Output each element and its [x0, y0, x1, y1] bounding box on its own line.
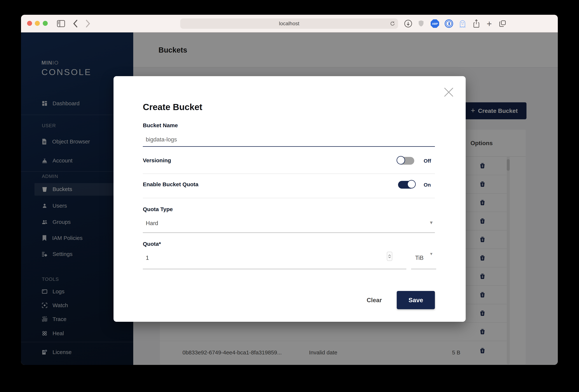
shield-icon[interactable]: [416, 19, 426, 28]
onepassword-icon[interactable]: [444, 19, 454, 28]
bucket-name-label: Bucket Name: [143, 122, 178, 129]
chevron-down-icon[interactable]: ▼: [429, 252, 433, 256]
quota-type-label: Quota Type: [143, 206, 173, 212]
clear-button[interactable]: Clear: [361, 294, 388, 307]
field-divider: [143, 173, 435, 174]
reload-icon[interactable]: [390, 21, 395, 28]
new-tab-icon[interactable]: +: [485, 19, 494, 28]
field-divider: [143, 198, 435, 198]
enable-quota-state: On: [424, 182, 431, 188]
toggle-knob: [407, 180, 416, 188]
bucket-name-input[interactable]: bigdata-logs: [146, 136, 177, 143]
toggle-knob: [397, 156, 405, 164]
quota-type-select[interactable]: Hard: [146, 220, 158, 227]
create-bucket-modal: Create Bucket Bucket Name bigdata-logs V…: [114, 76, 466, 322]
sidebar-toggle-icon[interactable]: [56, 19, 66, 28]
enable-quota-toggle[interactable]: [398, 181, 414, 189]
address-bar-url: localhost: [279, 21, 299, 27]
save-button[interactable]: Save: [397, 291, 435, 309]
close-icon[interactable]: [443, 86, 455, 98]
quota-input[interactable]: 1: [146, 255, 149, 261]
download-icon[interactable]: [403, 19, 413, 28]
bucket-name-underline: [143, 146, 435, 147]
window-minimize-button[interactable]: [35, 21, 40, 26]
quantity-stepper[interactable]: [387, 252, 392, 261]
enable-quota-label: Enable Bucket Quota: [143, 181, 199, 187]
chevron-down-icon[interactable]: ▼: [429, 220, 434, 225]
window-zoom-button[interactable]: [43, 21, 48, 26]
ghostery-icon[interactable]: [458, 19, 467, 28]
forward-button[interactable]: [83, 19, 93, 28]
quota-unit-underline: [411, 269, 436, 269]
quota-type-underline: [143, 233, 435, 233]
versioning-state: Off: [424, 158, 431, 164]
quota-unit-select[interactable]: TiB: [415, 255, 424, 261]
window-close-button[interactable]: [27, 21, 32, 26]
modal-title: Create Bucket: [143, 102, 202, 112]
quota-label: Quota*: [143, 241, 161, 247]
versioning-toggle[interactable]: [398, 157, 414, 165]
adblock-plus-icon[interactable]: ABP: [430, 19, 440, 28]
versioning-label: Versioning: [143, 157, 171, 163]
quota-underline: [143, 269, 406, 269]
address-bar[interactable]: localhost: [180, 18, 398, 29]
back-button[interactable]: [71, 19, 80, 28]
tab-overview-icon[interactable]: [498, 19, 507, 28]
browser-window: localhost ABP: [21, 15, 558, 365]
browser-chrome: localhost ABP: [21, 15, 558, 32]
share-icon[interactable]: [472, 19, 481, 28]
